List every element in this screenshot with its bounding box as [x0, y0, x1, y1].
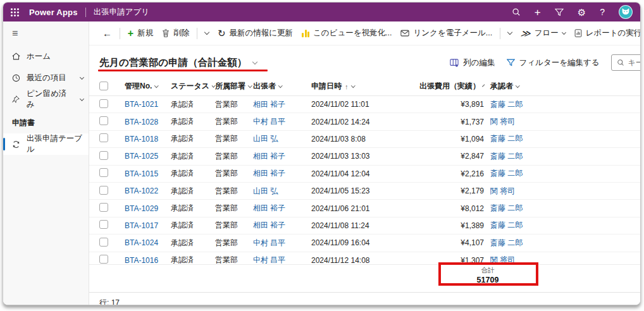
record-id-link[interactable]: BTA-1018: [125, 135, 171, 143]
traveler-link[interactable]: 山田 弘: [253, 133, 311, 144]
table-icon: [12, 140, 21, 149]
record-id-link[interactable]: BTA-1021: [125, 100, 171, 109]
table-row[interactable]: BTA-1017 承認済 営業部 相田 裕子 2024/11/08 11:24 …: [89, 217, 641, 235]
record-id-link[interactable]: BTA-1029: [125, 204, 171, 213]
row-checkbox[interactable]: [99, 116, 108, 125]
add-icon[interactable]: +: [535, 7, 541, 18]
table-row[interactable]: BTA-1025 承認済 営業部 相田 裕子 2024/11/03 13:03 …: [89, 148, 641, 165]
traveler-link[interactable]: 相田 裕子: [253, 203, 311, 214]
status-cell: 承認済: [171, 99, 215, 110]
select-all-checkbox[interactable]: [99, 82, 108, 90]
traveler-link[interactable]: 山田 弘: [253, 186, 311, 197]
overflow-chevron[interactable]: [504, 27, 516, 39]
status-cell: 承認済: [171, 220, 215, 231]
row-checkbox[interactable]: [99, 99, 108, 108]
record-id-link[interactable]: BTA-1024: [125, 238, 171, 247]
datetime-cell: 2024/11/04 12:04: [311, 169, 435, 178]
table-row[interactable]: BTA-1021 承認済 営業部 相田 裕子 2024/11/02 11:01 …: [89, 96, 641, 113]
column-header-status[interactable]: ステータス: [171, 81, 215, 92]
chevron-down-icon[interactable]: [80, 75, 84, 79]
row-checkbox[interactable]: [99, 151, 108, 160]
total-label: 合計: [437, 266, 538, 275]
filter-icon[interactable]: [555, 8, 564, 16]
sidebar-item-trip-request-table[interactable]: 出張申請テーブル: [3, 133, 89, 155]
row-checkbox[interactable]: [99, 186, 108, 195]
column-header-approver[interactable]: 承認者: [490, 81, 641, 92]
new-button[interactable]: + 新規: [123, 25, 158, 42]
approver-link[interactable]: 斎藤 二郎: [490, 168, 641, 179]
view-selector[interactable]: 先月の営業部の申請（合計金額）: [99, 56, 257, 70]
table-row[interactable]: BTA-1022 承認済 営業部 山田 弘 2024/11/05 15:23 ¥…: [89, 183, 641, 200]
cost-cell: ¥4,107: [435, 238, 490, 247]
record-id-link[interactable]: BTA-1025: [125, 152, 171, 161]
row-checkbox[interactable]: [99, 238, 108, 247]
row-checkbox[interactable]: [99, 220, 108, 229]
cost-cell: ¥8,012: [435, 204, 490, 213]
cost-cell: ¥1,737: [435, 118, 490, 126]
hamburger-icon[interactable]: ≡: [3, 25, 89, 46]
edit-filters-button[interactable]: フィルターを編集する: [507, 58, 600, 68]
back-button[interactable]: ←: [98, 25, 116, 42]
approver-link[interactable]: 斎藤 二郎: [490, 151, 641, 162]
datetime-cell: 2024/11/02 14:24: [311, 118, 435, 126]
brand-logo[interactable]: Power Apps: [29, 8, 78, 17]
record-id-link[interactable]: BTA-1016: [125, 256, 171, 264]
waffle-icon[interactable]: [11, 8, 19, 16]
column-header-traveler[interactable]: 出張者: [253, 81, 311, 92]
record-id-link[interactable]: BTA-1017: [125, 221, 171, 230]
table-row[interactable]: BTA-1029 承認済 営業部 相田 裕子 2024/11/06 21:01 …: [89, 200, 641, 217]
refresh-button[interactable]: ↻ 最新の情報に更新: [213, 25, 297, 42]
keyword-search-input[interactable]: [628, 58, 641, 67]
record-id-link[interactable]: BTA-1022: [125, 186, 171, 195]
settings-icon[interactable]: ⚙: [578, 8, 586, 17]
run-report-button[interactable]: レポートの実行: [570, 25, 641, 42]
row-checkbox[interactable]: [99, 255, 108, 264]
help-icon[interactable]: ?: [600, 8, 605, 16]
overflow-chevron[interactable]: [201, 27, 213, 39]
record-id-link[interactable]: BTA-1015: [125, 169, 171, 178]
traveler-link[interactable]: 中村 昌平: [253, 116, 311, 127]
keyword-search-box[interactable]: [611, 54, 641, 71]
row-checkbox[interactable]: [99, 203, 108, 212]
search-icon[interactable]: [512, 8, 521, 16]
avatar[interactable]: [619, 5, 633, 19]
chevron-down-icon[interactable]: [80, 96, 84, 101]
table-row[interactable]: BTA-1015 承認済 営業部 相田 裕子 2024/11/04 12:04 …: [89, 166, 641, 183]
column-header-dept[interactable]: 所属部署: [215, 81, 253, 92]
traveler-link[interactable]: 相田 裕子: [253, 151, 311, 162]
traveler-link[interactable]: 相田 裕子: [253, 220, 311, 231]
traveler-link[interactable]: 中村 昌平: [253, 255, 311, 264]
row-checkbox[interactable]: [99, 168, 108, 177]
column-header-datetime[interactable]: 申請日時↑: [311, 81, 435, 92]
sidebar-item-home[interactable]: ホーム: [3, 46, 89, 67]
flow-button[interactable]: ≫ フロー: [516, 25, 570, 42]
traveler-link[interactable]: 相田 裕子: [253, 99, 311, 110]
column-header-cost[interactable]: 出張費用（実績）: [435, 81, 490, 92]
datetime-cell: 2024/11/06 21:01: [311, 204, 435, 213]
status-cell: 承認済: [171, 168, 215, 179]
delete-button[interactable]: 削除: [158, 25, 194, 42]
traveler-link[interactable]: 相田 裕子: [253, 168, 311, 179]
cost-cell: ¥1,389: [435, 221, 490, 230]
email-link-button[interactable]: リンクを電子メール...: [396, 25, 497, 42]
column-header-id[interactable]: 管理No.: [125, 81, 171, 92]
table-row[interactable]: BTA-1018 承認済 営業部 山田 弘 2024/11/03 8:08 ¥1…: [89, 131, 641, 148]
row-checkbox[interactable]: [99, 133, 108, 142]
approver-link[interactable]: 関 将司: [490, 255, 641, 264]
sidebar-item-recent[interactable]: 最近の項目: [3, 67, 89, 88]
approver-link[interactable]: 斎藤 二郎: [490, 133, 641, 144]
visualize-view-button[interactable]: このビューを視覚化...: [297, 25, 396, 42]
approver-link[interactable]: 斎藤 二郎: [490, 99, 641, 110]
approver-link[interactable]: 斎藤 二郎: [490, 203, 641, 214]
approver-link[interactable]: 関 将司: [490, 116, 641, 127]
approver-link[interactable]: 斎藤 二郎: [490, 238, 641, 248]
approver-link[interactable]: 斎藤 二郎: [490, 220, 641, 231]
table-row[interactable]: BTA-1028 承認済 営業部 中村 昌平 2024/11/02 14:24 …: [89, 113, 641, 130]
edit-columns-button[interactable]: 列の編集: [450, 58, 495, 68]
table-row[interactable]: BTA-1024 承認済 営業部 中村 昌平 2024/11/09 16:04 …: [89, 235, 641, 252]
record-id-link[interactable]: BTA-1028: [125, 118, 171, 126]
sidebar-item-pinned[interactable]: ピン留め済み: [3, 88, 89, 110]
approver-link[interactable]: 関 将司: [490, 186, 641, 197]
table-row[interactable]: BTA-1016 承認済 営業部 中村 昌平 2024/11/12 14:08 …: [89, 252, 641, 264]
traveler-link[interactable]: 中村 昌平: [253, 238, 311, 248]
